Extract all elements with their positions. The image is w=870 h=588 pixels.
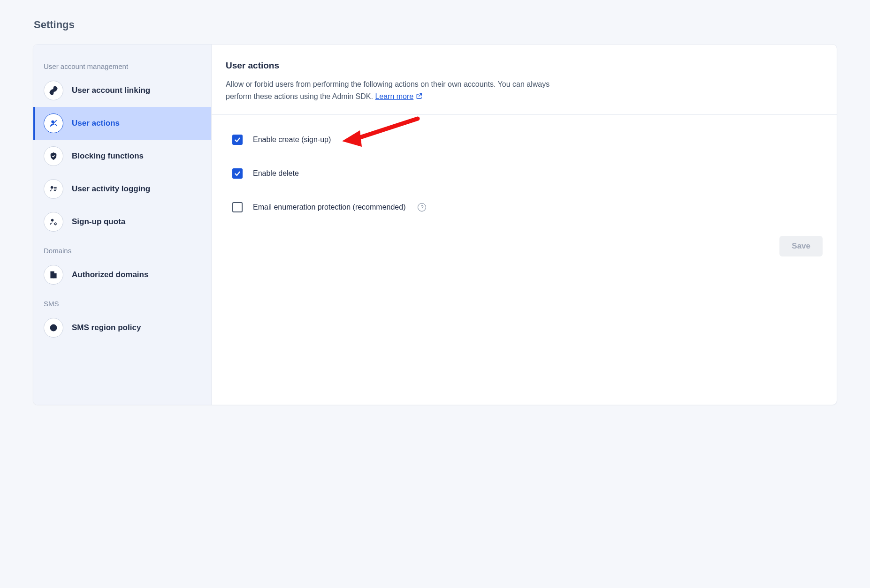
sidebar-item-label: SMS region policy xyxy=(72,323,141,332)
svg-point-0 xyxy=(52,121,54,123)
shield-check-icon xyxy=(44,146,63,166)
sidebar-item-authorized-domains[interactable]: Authorized domains xyxy=(33,258,211,291)
sidebar-item-label: Authorized domains xyxy=(72,270,148,279)
save-button[interactable]: Save xyxy=(779,236,823,256)
learn-more-link[interactable]: Learn more xyxy=(375,90,423,103)
help-icon[interactable]: ? xyxy=(418,203,426,211)
sidebar: User account managementUser account link… xyxy=(33,45,212,405)
sidebar-item-user-actions[interactable]: User actions xyxy=(33,107,211,140)
sidebar-item-blocking-functions[interactable]: Blocking functions xyxy=(33,140,211,173)
sidebar-section-label: SMS xyxy=(33,294,211,311)
divider xyxy=(212,114,837,115)
user-slash-icon xyxy=(44,113,63,133)
sidebar-section-label: Domains xyxy=(33,241,211,258)
building-icon xyxy=(44,265,63,285)
checkbox-email-enum-protection[interactable] xyxy=(232,202,243,212)
sidebar-item-sign-up-quota[interactable]: Sign-up quota xyxy=(33,205,211,238)
option-row-enable-create: Enable create (sign-up) xyxy=(232,135,823,145)
learn-more-label: Learn more xyxy=(375,90,413,103)
sidebar-item-user-activity-logging[interactable]: User activity logging xyxy=(33,173,211,205)
checkbox-enable-delete[interactable] xyxy=(232,168,243,179)
sidebar-item-label: Blocking functions xyxy=(72,151,144,161)
svg-point-2 xyxy=(51,186,53,188)
link-icon xyxy=(44,81,63,100)
options-list: Enable create (sign-up)Enable deleteEmai… xyxy=(226,135,823,212)
option-label: Enable create (sign-up) xyxy=(253,136,331,144)
content-description: Allow or forbid users from performing th… xyxy=(226,78,573,102)
content: User actions Allow or forbid users from … xyxy=(212,45,837,405)
sidebar-item-label: Sign-up quota xyxy=(72,217,125,226)
option-row-email-enum-protection: Email enumeration protection (recommende… xyxy=(232,202,823,212)
svg-marker-18 xyxy=(342,130,362,147)
annotation-arrow-icon xyxy=(340,115,425,152)
user-list-icon xyxy=(44,179,63,199)
sidebar-item-sms-region-policy[interactable]: SMS region policy xyxy=(33,311,211,344)
content-title: User actions xyxy=(226,60,823,71)
svg-point-6 xyxy=(51,219,53,221)
globe-icon xyxy=(44,318,63,338)
sidebar-item-label: User account linking xyxy=(72,86,150,95)
sidebar-section-label: User account management xyxy=(33,57,211,74)
settings-panel: User account managementUser account link… xyxy=(33,44,837,405)
user-gear-icon xyxy=(44,212,63,232)
external-link-icon xyxy=(415,92,423,100)
option-label: Email enumeration protection (recommende… xyxy=(253,203,405,211)
sidebar-item-label: User actions xyxy=(72,119,120,128)
sidebar-item-label: User activity logging xyxy=(72,184,150,194)
page-title: Settings xyxy=(34,19,837,31)
option-label: Enable delete xyxy=(253,169,299,178)
option-row-enable-delete: Enable delete xyxy=(232,168,823,179)
svg-line-17 xyxy=(354,119,418,139)
svg-point-7 xyxy=(54,223,56,225)
checkbox-enable-create[interactable] xyxy=(232,135,243,145)
sidebar-item-user-account-linking[interactable]: User account linking xyxy=(33,74,211,107)
